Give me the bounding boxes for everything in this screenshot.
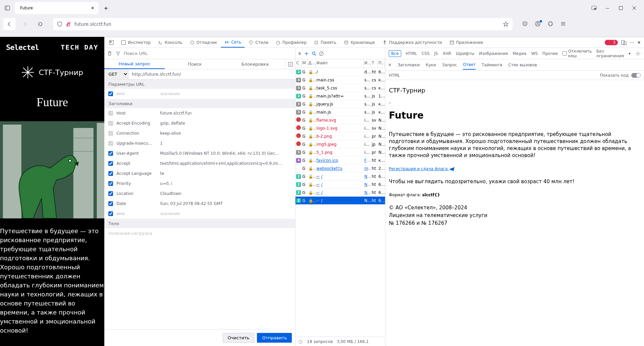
tab-accessibility[interactable]: Поддержка доступности (379, 37, 445, 48)
header-name[interactable]: Priority (116, 181, 157, 186)
detail-tab-timings[interactable]: Тайминги (482, 63, 502, 67)
method-select[interactable]: GET (104, 69, 128, 79)
network-row[interactable]: 2 G 🔒.. / d… ht 6… (296, 68, 385, 76)
filter-xhr[interactable]: XHR (443, 51, 451, 56)
header-value-placeholder[interactable]: значение (160, 211, 291, 216)
back-button[interactable] (3, 18, 15, 30)
network-row[interactable]: 3 G 🔒.. jquery.js s… js к… (296, 100, 385, 108)
filter-css[interactable]: CSS (422, 51, 430, 56)
filter-fonts[interactable]: Шрифты (456, 51, 474, 56)
resp-link[interactable]: Регистрация и сдача флага (389, 166, 455, 171)
network-row[interactable]: 4 G 🔒.. favicon.ico F… ht к… (296, 156, 385, 164)
account-icon[interactable] (535, 21, 541, 27)
header-value[interactable]: Sun, 03 Jul 2078 08:42:55 GMT (160, 201, 291, 206)
subtab-new-request[interactable]: Новый запрос (104, 59, 165, 69)
perf-icon[interactable] (298, 339, 303, 344)
header-check[interactable] (108, 161, 113, 166)
pocket-icon[interactable] (522, 21, 529, 27)
header-value[interactable]: te (160, 171, 291, 176)
tab-profiler[interactable]: Профайлер (272, 37, 310, 48)
subtab-search[interactable]: Поиск (165, 59, 225, 69)
header-name[interactable]: User-Agent (116, 151, 157, 156)
pause-icon[interactable]: ⏸ (298, 51, 302, 56)
header-value[interactable]: Cloudtown (160, 191, 291, 196)
header-name[interactable]: Date (116, 201, 157, 206)
reload-button[interactable] (34, 18, 46, 30)
send-button[interactable]: Отправить (257, 333, 292, 343)
tab-memory[interactable]: Память (311, 37, 340, 48)
header-check[interactable] (108, 151, 113, 156)
filter-media[interactable]: Медиа (513, 51, 526, 56)
header-check[interactable] (108, 181, 113, 186)
param-check[interactable] (108, 91, 113, 96)
search-icon[interactable] (312, 51, 316, 56)
menu-icon[interactable] (560, 21, 567, 27)
url-input[interactable] (74, 21, 500, 27)
header-name[interactable]: Connection (116, 131, 157, 136)
col-status[interactable]: С (296, 59, 302, 68)
col-file[interactable]: Файл (316, 59, 364, 68)
filter-images[interactable]: Изображения (479, 51, 508, 56)
network-row[interactable]: 3 G 🔒.. 5_1.png i… pr N… (296, 148, 385, 156)
network-row[interactable]: 2 G 🔒.. main.js?attr= s… js 1… (296, 92, 385, 100)
close-window-icon[interactable] (631, 5, 637, 11)
col-transferred[interactable]: П… (378, 59, 385, 68)
disable-cache-toggle[interactable]: Отключить кеш (562, 49, 592, 58)
url-bar[interactable] (53, 18, 513, 30)
lock-insecure-icon[interactable] (66, 21, 71, 27)
iframe-select-icon[interactable] (106, 37, 117, 48)
filter-all[interactable]: Все (389, 50, 401, 57)
clear-button[interactable]: Очистить (223, 333, 255, 343)
subtab-blocking[interactable]: Блокировка (225, 59, 285, 69)
settings-icon[interactable] (635, 51, 641, 56)
network-row[interactable]: 2 G 🔒.. ↩/ N… ht 6… (296, 189, 385, 197)
header-name-placeholder[interactable]: имя (116, 211, 157, 216)
shield-icon[interactable] (57, 21, 62, 27)
header-value[interactable]: future.slcctf.fun (160, 111, 291, 116)
col-initiator[interactable]: И… (364, 59, 371, 68)
close-devtools-icon[interactable]: ✕ (637, 40, 641, 45)
network-row[interactable]: 1 G 🔒.. websocket?u mair ht 2… (296, 164, 385, 172)
bookmark-icon[interactable] (503, 21, 508, 27)
network-row[interactable]: 2 G 🔒.. ↩/ N… ht 6… (296, 172, 385, 181)
collapse-icon[interactable] (285, 59, 295, 69)
network-row[interactable]: G 🔒.. img5.jpeg i… jp N… (296, 140, 385, 148)
param-check[interactable] (108, 211, 113, 216)
header-name[interactable]: Accept (116, 161, 157, 166)
browser-tab[interactable]: Future ✕ (15, 2, 99, 14)
chevron-down-icon[interactable]: ▾ (629, 51, 631, 56)
tab-inspector[interactable]: Инспектор (118, 37, 154, 48)
detail-tab-headers[interactable]: Заголовки (397, 63, 420, 67)
param-value-placeholder[interactable]: значение (160, 91, 291, 96)
tab-application[interactable]: Приложение (446, 37, 487, 48)
network-row[interactable]: G 🔒.. logo-1.svg i… sv N… (296, 124, 385, 132)
header-value[interactable]: Mozilla/5.0 (Windows NT 10.0; Win64; x64… (160, 151, 291, 156)
header-check[interactable] (108, 191, 113, 196)
throttle-select[interactable]: Без ограничения (596, 49, 624, 58)
minimize-icon[interactable] (604, 5, 610, 11)
trash-icon[interactable] (107, 51, 112, 56)
header-value[interactable]: 1 (160, 141, 291, 146)
header-name[interactable]: Accept-Language (116, 171, 157, 176)
pip-icon[interactable] (591, 5, 597, 11)
header-name[interactable]: Upgrade-Insecu… (116, 141, 157, 146)
header-check[interactable] (108, 201, 113, 206)
tab-storage[interactable]: Хранилище (340, 37, 378, 48)
network-row[interactable]: G 🔒.. b-2.png i… pr N… (296, 132, 385, 140)
close-detail-icon[interactable]: ✕ (388, 63, 391, 67)
kebab-icon[interactable]: ⋯ (630, 40, 634, 45)
tab-styles[interactable]: Стили (245, 37, 272, 48)
filter-other[interactable]: Прочее (542, 51, 558, 56)
error-badge[interactable]: ❗3 (605, 40, 618, 45)
responsive-icon[interactable] (621, 40, 627, 45)
show-code-toggle[interactable] (631, 73, 641, 78)
close-icon[interactable]: ✕ (90, 5, 95, 11)
col-type[interactable]: Т (371, 59, 378, 68)
header-check[interactable] (108, 171, 113, 176)
new-tab-button[interactable]: + (101, 3, 111, 13)
network-row[interactable]: 3 G 🔒.. main.css st… cs к… (296, 76, 385, 84)
tab-console[interactable]: Консоль (155, 37, 185, 48)
tab-network[interactable]: Сеть (221, 37, 245, 48)
filter-js[interactable]: JS (434, 51, 438, 56)
payload-input[interactable]: полезная нагрузка (104, 228, 295, 238)
